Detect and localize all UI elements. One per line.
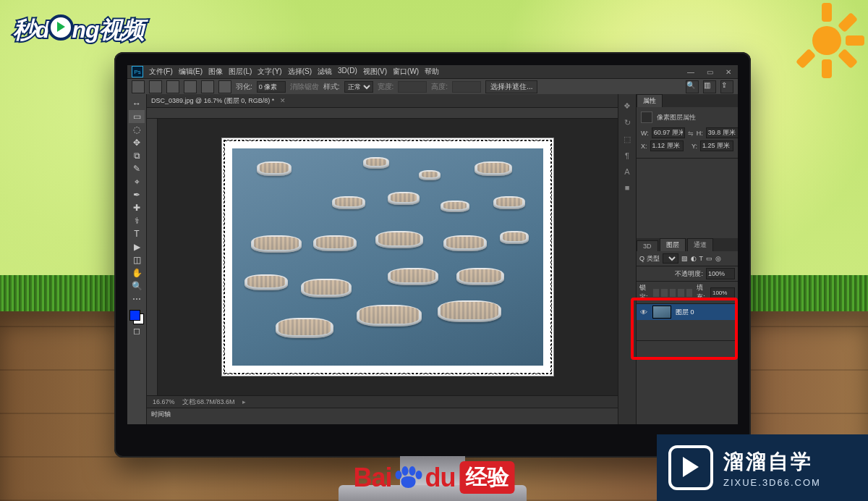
layer-thumbnail[interactable] xyxy=(652,306,671,319)
share-icon[interactable]: ⇪ xyxy=(720,80,733,93)
properties-tab[interactable]: 属性 xyxy=(637,94,663,107)
layer-name[interactable]: 图层 0 xyxy=(676,308,694,317)
tab-channels[interactable]: 通道 xyxy=(687,238,713,251)
menu-edit[interactable]: 编辑(E) xyxy=(179,67,203,77)
ruler-vertical[interactable] xyxy=(147,119,158,395)
properties-panel: 属性 像素图层属性 W: ⇋ H: xyxy=(637,94,738,159)
zixue-title: 溜溜自学 xyxy=(723,448,821,476)
y-field[interactable] xyxy=(700,140,733,151)
panel-icon-4[interactable]: ¶ xyxy=(625,151,629,160)
canvas[interactable] xyxy=(158,119,618,395)
tab-layers[interactable]: 图层 xyxy=(660,238,686,251)
path-tool[interactable]: ▶ xyxy=(129,240,145,253)
menu-file[interactable]: 文件(F) xyxy=(149,67,173,77)
menu-help[interactable]: 帮助 xyxy=(425,67,439,77)
lock-artb-icon[interactable] xyxy=(678,289,684,297)
h-label: H: xyxy=(697,130,703,137)
baidu-watermark: Bai du 经验 xyxy=(353,461,514,494)
eyedrop-tool[interactable]: ✎ xyxy=(129,162,145,175)
panel-icon-1[interactable]: ❖ xyxy=(624,101,631,111)
height-field[interactable] xyxy=(706,127,738,138)
zoom-value[interactable]: 16.67% xyxy=(153,398,175,405)
filter-pixel-icon[interactable]: ▧ xyxy=(681,255,688,262)
style-select[interactable]: 正常 xyxy=(344,81,373,93)
layers-panel: 3D 图层 通道 Q 类型 ▧ ◐ T ▭ ◎ xyxy=(637,238,738,341)
doc-info[interactable]: 文档:68.7M/83.6M xyxy=(182,397,235,407)
lasso-tool[interactable]: ◌ xyxy=(129,123,145,136)
minimize-button[interactable]: — xyxy=(681,68,700,76)
panel-icon-2[interactable]: ↻ xyxy=(624,118,631,127)
lock-pos-icon[interactable] xyxy=(670,289,676,297)
selection-add-icon[interactable] xyxy=(184,80,197,93)
height-label: 高度: xyxy=(431,82,448,92)
filter-shape-icon[interactable]: ▭ xyxy=(706,255,712,262)
filter-type-icon[interactable]: T xyxy=(699,255,704,262)
search-icon[interactable]: 🔍 xyxy=(686,80,699,93)
crop-tool[interactable]: ⧉ xyxy=(129,149,145,162)
selection-new-icon[interactable] xyxy=(166,80,179,93)
hand-tool[interactable]: ✋ xyxy=(129,266,145,279)
stamp-tool[interactable]: ✚ xyxy=(129,201,145,214)
menu-3d[interactable]: 3D(D) xyxy=(338,67,357,77)
menu-view[interactable]: 视图(V) xyxy=(363,67,387,77)
move-tool[interactable]: ↔ xyxy=(129,97,145,110)
tool-preset-icon[interactable] xyxy=(149,80,162,93)
panel-icon-3[interactable]: ⬚ xyxy=(624,135,631,144)
workspace-icon[interactable]: ▥ xyxy=(703,80,716,93)
wand-tool[interactable]: ✥ xyxy=(129,136,145,149)
brush-tool[interactable]: ✒ xyxy=(129,188,145,201)
filter-smart-icon[interactable]: ◎ xyxy=(715,255,721,262)
selection-sub-icon[interactable] xyxy=(201,80,214,93)
home-icon[interactable] xyxy=(132,80,145,93)
pixel-layer-icon xyxy=(641,111,652,123)
layer-row[interactable]: 👁 图层 0 xyxy=(637,304,738,320)
shape-tool[interactable]: ◫ xyxy=(129,253,145,266)
menu-filter[interactable]: 滤镜 xyxy=(318,67,332,77)
ruler-horizontal[interactable] xyxy=(147,108,618,119)
feather-input[interactable] xyxy=(257,81,286,93)
more-tools[interactable]: ⋯ xyxy=(129,292,145,306)
menu-select[interactable]: 选择(S) xyxy=(288,67,312,77)
baidu-text-2: du xyxy=(425,463,456,493)
width-input xyxy=(398,81,427,93)
timeline-panel-tab[interactable]: 时间轴 xyxy=(147,408,618,424)
monitor: Ps 文件(F) 编辑(E) 图像 图层(L) 文字(Y) 选择(S) 滤镜 3… xyxy=(114,52,751,458)
lock-trans-icon[interactable] xyxy=(653,289,659,297)
close-doc-icon[interactable]: ✕ xyxy=(280,97,286,104)
filter-adj-icon[interactable]: ◐ xyxy=(691,255,697,262)
menu-window[interactable]: 窗口(W) xyxy=(393,67,419,77)
fill-input[interactable] xyxy=(710,287,735,298)
opacity-input[interactable] xyxy=(706,268,735,279)
menu-layer[interactable]: 图层(L) xyxy=(229,67,252,77)
zoom-tool[interactable]: 🔍 xyxy=(129,279,145,292)
color-swatches[interactable] xyxy=(129,310,144,324)
close-button[interactable]: ✕ xyxy=(719,68,738,76)
panel-icon-5[interactable]: A xyxy=(624,167,629,176)
lock-all-icon[interactable] xyxy=(686,289,692,297)
maximize-button[interactable]: ▭ xyxy=(700,68,719,76)
menu-bar[interactable]: 文件(F) 编辑(E) 图像 图层(L) 文字(Y) 选择(S) 滤镜 3D(D… xyxy=(148,67,439,77)
kind-select[interactable] xyxy=(663,253,678,264)
quickmask-tool[interactable]: ◻ xyxy=(129,324,145,337)
tab-3d[interactable]: 3D xyxy=(637,240,658,251)
visibility-icon[interactable]: 👁 xyxy=(639,308,648,316)
foreground-color[interactable] xyxy=(129,310,140,321)
x-field[interactable] xyxy=(650,140,684,151)
type-tool[interactable]: T xyxy=(129,227,145,240)
marquee-tool[interactable]: ▭ xyxy=(129,110,145,123)
menu-type[interactable]: 文字(Y) xyxy=(258,67,281,77)
heal-tool[interactable]: ⌖ xyxy=(129,175,145,188)
selection-int-icon[interactable] xyxy=(218,80,231,93)
zixue-watermark: 溜溜自学 ZIXUE.3D66.COM xyxy=(657,434,868,501)
properties-header: 像素图层属性 xyxy=(657,113,696,122)
menu-image[interactable]: 图像 xyxy=(208,67,223,77)
eraser-tool[interactable]: ⚕ xyxy=(129,214,145,227)
refine-edge-button[interactable]: 选择并遮住... xyxy=(485,80,537,93)
lock-pixel-icon[interactable] xyxy=(661,289,667,297)
app-icon: Ps xyxy=(132,66,143,77)
panel-icon-6[interactable]: ■ xyxy=(625,183,630,192)
options-bar: 羽化: 消除锯齿 样式: 正常 宽度: 高度: 选择并遮住... 🔍 ▥ ⇪ xyxy=(127,79,738,96)
document-tab[interactable]: DSC_0389.jpg @ 16.7% (图层 0, RGB/8) *✕ xyxy=(147,94,618,108)
link-icon[interactable]: ⇋ xyxy=(688,130,694,137)
width-field[interactable] xyxy=(652,127,685,138)
